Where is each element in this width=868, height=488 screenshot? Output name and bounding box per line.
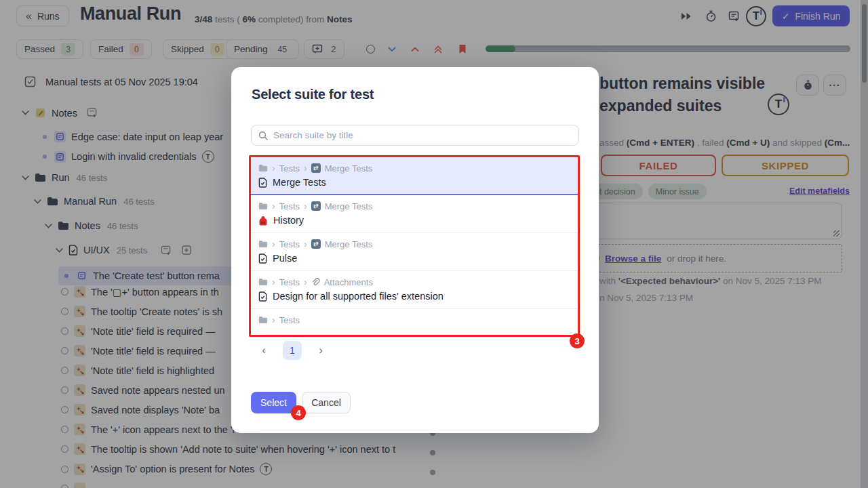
- root-folder-icon: [258, 316, 268, 324]
- suite-option-selected[interactable]: ›Tests › ⇄ Merge Tests Merge Tests: [250, 157, 579, 195]
- doc-check-icon: [258, 291, 267, 302]
- suite-search-box[interactable]: [251, 125, 579, 146]
- modal-title: Select suite for test: [252, 87, 374, 102]
- suite-search-input[interactable]: [273, 130, 572, 140]
- root-folder-icon: [258, 202, 268, 210]
- merge-suite-icon: ⇄: [311, 239, 321, 249]
- root-folder-icon: [258, 164, 268, 172]
- prev-page-icon[interactable]: ‹: [256, 342, 272, 359]
- annotation-step-4-badge: 4: [291, 405, 306, 420]
- suite-option[interactable]: ›Tests: [250, 309, 579, 336]
- merge-suite-icon: ⇄: [311, 163, 321, 173]
- suite-list: ›Tests › ⇄ Merge Tests Merge Tests ›Test…: [250, 157, 580, 336]
- suite-option[interactable]: ›Tests › ⇄ Merge Tests History: [250, 195, 579, 233]
- suite-breadcrumb: ›Tests › Attachments: [258, 277, 571, 287]
- suite-option[interactable]: ›Tests › Attachments Design for all supp…: [250, 271, 579, 309]
- suite-breadcrumb: ›Tests › ⇄ Merge Tests: [258, 201, 571, 211]
- next-page-icon[interactable]: ›: [313, 342, 329, 359]
- backpack-icon: [258, 216, 268, 226]
- suite-breadcrumb: ›Tests: [258, 314, 571, 325]
- select-suite-modal: Select suite for test ›Tests › ⇄ Merge T…: [231, 67, 599, 433]
- suite-option-title: History: [258, 215, 571, 226]
- merge-suite-icon: ⇄: [311, 201, 321, 211]
- doc-check-icon: [258, 178, 267, 188]
- suite-breadcrumb: ›Tests › ⇄ Merge Tests: [258, 163, 571, 174]
- suite-option-title: Merge Tests: [258, 177, 571, 188]
- doc-check-icon: [258, 253, 267, 264]
- cancel-button[interactable]: Cancel: [302, 392, 351, 413]
- annotation-step-3-badge: 3: [570, 333, 585, 348]
- pagination: ‹ 1 ›: [256, 341, 329, 360]
- suite-option-title: Pulse: [258, 253, 571, 264]
- root-folder-icon: [258, 278, 268, 286]
- paperclip-icon: [311, 278, 320, 287]
- search-icon: [258, 131, 268, 140]
- suite-breadcrumb: ›Tests › ⇄ Merge Tests: [258, 239, 571, 249]
- select-button[interactable]: Select: [251, 392, 296, 413]
- root-folder-icon: [258, 240, 268, 248]
- suite-option-title: Design for all supported files' extensio…: [258, 291, 571, 302]
- page-number[interactable]: 1: [283, 341, 302, 360]
- suite-option[interactable]: ›Tests › ⇄ Merge Tests Pulse: [250, 233, 579, 271]
